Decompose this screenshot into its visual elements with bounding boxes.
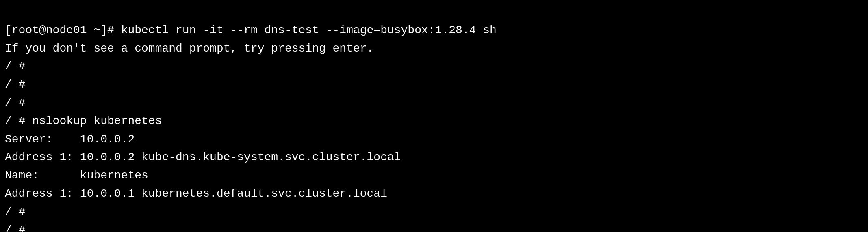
terminal-line-5: / # nslookup kubernetes [5, 112, 863, 131]
terminal-line-7: Address 1: 10.0.0.2 kube-dns.kube-system… [5, 148, 863, 167]
terminal-line-1: If you don't see a command prompt, try p… [5, 40, 863, 58]
terminal-line-9: Name: kubernetes [5, 167, 863, 185]
terminal-line-12: / # [5, 221, 863, 232]
terminal-line-11: / # [5, 203, 863, 221]
terminal-line-3: / # [5, 76, 863, 94]
terminal-line-4: / # [5, 94, 863, 112]
terminal-line-2: / # [5, 58, 863, 76]
terminal-line-0: [root@node01 ~]# kubectl run -it --rm dn… [5, 21, 863, 40]
terminal-line-10: Address 1: 10.0.0.1 kubernetes.default.s… [5, 185, 863, 203]
terminal-line-6: Server: 10.0.0.2 [5, 131, 863, 149]
terminal-window[interactable]: [root@node01 ~]# kubectl run -it --rm dn… [0, 0, 868, 232]
